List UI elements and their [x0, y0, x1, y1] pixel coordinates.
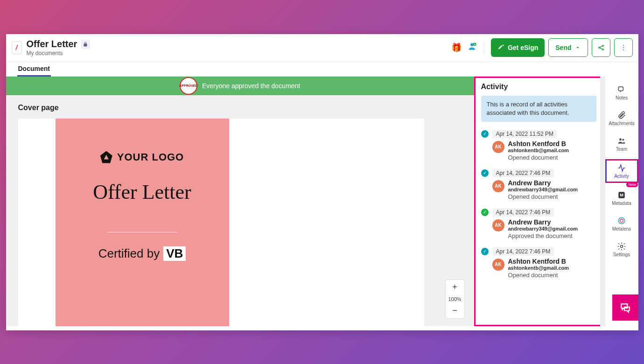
content-area: APPROVED Everyone approved the document …: [6, 77, 638, 326]
app-window: / Offer Letter My documents 🎁 + Get eSig…: [6, 34, 638, 330]
right-rail: Notes Attachments Team Activity New M Me…: [605, 77, 638, 326]
activity-user-email: andrewbarry349@gmail.com: [508, 226, 596, 231]
activity-action: Opened document: [508, 154, 596, 161]
tab-row: Document: [6, 62, 638, 77]
activity-date: Apr 14, 2022 7:46 PM: [492, 169, 554, 177]
status-icon: ✓: [481, 209, 489, 216]
activity-item: ✓Apr 14, 2022 11:52 PMAKAshton Kentford …: [481, 129, 596, 161]
document-viewer: APPROVED Everyone approved the document …: [6, 77, 474, 326]
chevron-down-icon: [574, 44, 581, 51]
svg-point-6: [623, 45, 624, 46]
gear-icon: [617, 242, 626, 251]
chat-button[interactable]: [612, 294, 638, 321]
more-button[interactable]: [614, 38, 633, 57]
activity-description: This is a record of all activities assoc…: [481, 96, 596, 122]
activity-item: ✓Apr 14, 2022 7:46 PMAKAshton Kentford B…: [481, 247, 596, 279]
activity-date: Apr 14, 2022 7:46 PM: [492, 247, 554, 256]
zoom-value: 100%: [448, 295, 461, 303]
activity-action: Opened document: [508, 272, 596, 279]
activity-user-email: ashtonkentb@gmail.com: [508, 265, 596, 271]
activity-user-name: Ashton Kentford B: [508, 258, 596, 265]
logo-icon: [100, 151, 112, 163]
svg-text:+: +: [474, 42, 476, 46]
activity-list: ✓Apr 14, 2022 11:52 PMAKAshton Kentford …: [481, 129, 596, 279]
activity-user-name: Andrew Barry: [508, 179, 596, 187]
svg-point-8: [623, 49, 624, 50]
rail-settings[interactable]: Settings: [605, 239, 638, 260]
scrollbar[interactable]: [600, 77, 605, 326]
rail-team[interactable]: Team: [605, 133, 638, 154]
activity-user-email: ashtonkentb@gmail.com: [508, 147, 596, 153]
attachment-icon: [617, 111, 626, 120]
document-page: YOUR LOGO Offer Letter Certified by VB: [18, 119, 424, 326]
activity-user-email: andrewbarry349@gmail.com: [508, 187, 596, 192]
metadata-icon: M: [617, 190, 626, 200]
share-icon: [597, 44, 605, 51]
breadcrumb[interactable]: My documents: [27, 50, 91, 56]
topbar: / Offer Letter My documents 🎁 + Get eSig…: [6, 34, 638, 62]
new-badge: New: [626, 182, 637, 187]
rail-metalens[interactable]: Metalens: [605, 213, 638, 234]
logo-placeholder: YOUR LOGO: [100, 151, 184, 163]
rail-activity[interactable]: Activity New: [605, 159, 638, 183]
svg-text:M: M: [620, 193, 623, 197]
section-title: Cover page: [18, 104, 462, 112]
get-esign-label: Get eSign: [508, 44, 538, 51]
get-esign-button[interactable]: Get eSign: [491, 38, 545, 57]
svg-point-15: [620, 219, 623, 222]
activity-action: Approved the document: [508, 232, 596, 239]
rail-metadata[interactable]: M Metadata: [605, 188, 638, 209]
page-title: Offer Letter: [93, 180, 191, 204]
zoom-controls: + 100% −: [445, 280, 465, 319]
activity-title: Activity: [481, 83, 596, 91]
lock-icon: [81, 40, 90, 49]
svg-point-0: [470, 43, 474, 46]
activity-date: Apr 14, 2022 7:46 PM: [492, 208, 554, 217]
cert-badge: VB: [163, 246, 186, 261]
approval-banner: APPROVED Everyone approved the document: [6, 77, 474, 95]
avatar: AK: [492, 141, 504, 153]
send-label: Send: [555, 44, 571, 51]
avatar: AK: [492, 259, 504, 271]
certified-row: Certified by VB: [98, 246, 186, 261]
document-title: Offer Letter: [27, 39, 77, 49]
document-type-icon: /: [12, 41, 22, 54]
svg-point-4: [602, 45, 603, 47]
activity-date: Apr 14, 2022 11:52 PM: [492, 130, 557, 138]
zoom-out-button[interactable]: −: [446, 303, 464, 318]
approved-stamp-icon: APPROVED: [180, 77, 197, 95]
zoom-in-button[interactable]: +: [446, 280, 464, 295]
svg-point-14: [618, 217, 624, 224]
svg-point-16: [621, 245, 623, 247]
title-block: Offer Letter My documents: [27, 39, 91, 56]
share-button[interactable]: [592, 38, 610, 57]
add-person-icon[interactable]: +: [468, 42, 477, 54]
svg-point-3: [598, 47, 600, 49]
svg-point-5: [602, 49, 603, 50]
activity-user-name: Andrew Barry: [508, 218, 596, 226]
status-icon: ✓: [481, 130, 489, 138]
approval-banner-text: Everyone approved the document: [202, 82, 300, 90]
rail-attachments[interactable]: Attachments: [605, 108, 638, 129]
activity-item: ✓Apr 14, 2022 7:46 PMAKAndrew Barryandre…: [481, 168, 596, 200]
activity-panel: Activity This is a record of all activit…: [474, 77, 600, 326]
activity-action: Opened document: [508, 193, 596, 200]
gift-icon[interactable]: 🎁: [451, 42, 462, 53]
avatar: AK: [492, 180, 504, 192]
tab-document[interactable]: Document: [17, 62, 51, 77]
svg-point-11: [622, 139, 624, 140]
avatar: AK: [492, 219, 504, 231]
send-button[interactable]: Send: [548, 38, 588, 57]
activity-item: ✓Apr 14, 2022 7:46 PMAKAndrew Barryandre…: [481, 208, 596, 239]
svg-point-10: [619, 138, 622, 140]
team-icon: [617, 136, 626, 146]
svg-rect-9: [618, 87, 623, 91]
status-icon: ✓: [481, 169, 489, 177]
status-icon: ✓: [481, 248, 489, 255]
chat-icon: [619, 301, 631, 314]
more-vertical-icon: [620, 44, 627, 51]
rail-notes[interactable]: Notes: [605, 82, 638, 103]
activity-user-name: Ashton Kentford B: [508, 140, 596, 147]
activity-icon: [617, 163, 626, 173]
svg-point-7: [623, 47, 624, 48]
